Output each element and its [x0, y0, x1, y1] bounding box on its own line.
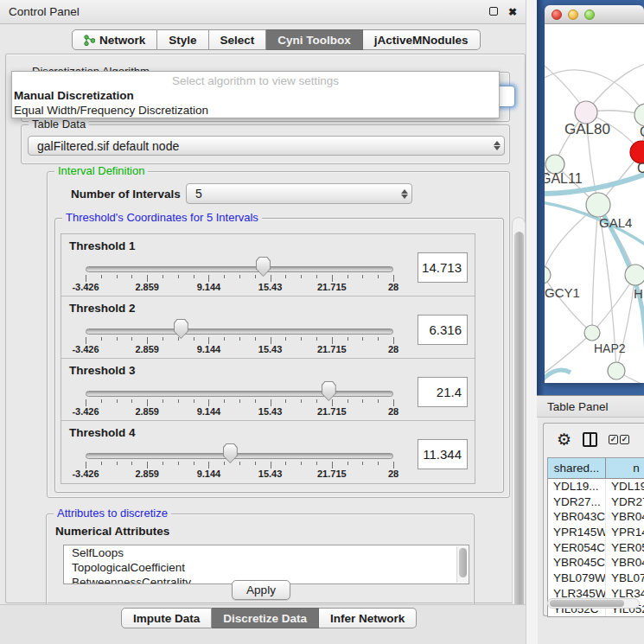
dropdown-option-equal-width-frequency[interactable]: Equal Width/Frequency Discretization: [14, 104, 208, 117]
close-traffic-icon[interactable]: [552, 10, 562, 20]
threshold-value-field[interactable]: 14.713: [418, 252, 468, 283]
tab-label: Select: [220, 34, 255, 47]
slider-track[interactable]: [86, 266, 393, 272]
node-table: shared...nYDL19...YDL19...YDR27...YDR27.…: [547, 457, 644, 617]
tab-style[interactable]: Style: [157, 29, 208, 50]
threshold-row-4: Threshold 4-3.4262.8599.14415.4321.71528…: [61, 421, 475, 483]
table-row[interactable]: YPR145WYPR145W: [548, 525, 644, 540]
threshold-label: Threshold 2: [69, 302, 136, 315]
apply-button[interactable]: Apply: [232, 580, 290, 600]
algorithm-dropdown-list: Select algorithm to view settings Manual…: [11, 71, 500, 118]
attributes-group-label: Attributes to discretize: [54, 507, 171, 520]
attribute-list-item[interactable]: TopologicalCoefficient: [64, 560, 469, 575]
gear-icon[interactable]: ⚙: [557, 431, 571, 448]
bottom-tab-infer-network[interactable]: Infer Network: [319, 608, 417, 628]
tab-select[interactable]: Select: [209, 29, 267, 50]
close-icon[interactable]: ✖: [507, 7, 518, 17]
table-cell: YBL079W: [606, 571, 644, 586]
float-window-icon[interactable]: [489, 7, 500, 17]
node-label: HAP2: [594, 341, 626, 355]
table-cell: YBR043C: [548, 509, 606, 525]
network-node-g[interactable]: [634, 104, 644, 126]
table-row[interactable]: YBL079WYBL079W: [548, 571, 644, 586]
bottom-tabbar: Impute DataDiscretize DataInfer Network: [121, 608, 417, 628]
table-cell: YDR27...: [548, 494, 606, 510]
network-window-titlebar: [545, 5, 644, 24]
threshold-row-1: Threshold 1-3.4262.8599.14415.4321.71528…: [61, 234, 475, 296]
split-divider[interactable]: [526, 0, 538, 644]
slider-track[interactable]: [86, 391, 393, 397]
bottom-tab-impute-data[interactable]: Impute Data: [121, 608, 212, 628]
tab-label: Style: [169, 34, 196, 47]
network-node-gcy1[interactable]: [545, 266, 551, 284]
columns-icon[interactable]: [583, 432, 597, 447]
table-row[interactable]: YDR27...YDR27...: [548, 494, 644, 510]
node-label: GAL4: [599, 215, 632, 230]
slider-thumb[interactable]: [223, 443, 238, 463]
table-cell: YPR145W: [606, 525, 644, 540]
table-cell: YER054C: [606, 540, 644, 556]
network-node-hap2[interactable]: [584, 325, 600, 341]
slider-thumb[interactable]: [174, 319, 188, 339]
attributes-list-scrollbar[interactable]: [456, 546, 468, 583]
network-edge-thick[interactable]: [545, 370, 571, 383]
number-of-intervals-combobox[interactable]: 5: [186, 183, 412, 204]
network-edge[interactable]: [545, 275, 592, 333]
table-cell: YPR145W: [548, 525, 606, 540]
table-hscrollbar[interactable]: [547, 598, 640, 609]
network-node-h[interactable]: [625, 265, 644, 285]
network-edge[interactable]: [592, 205, 598, 333]
interval-definition-group: Interval Definition Number of Intervals …: [47, 171, 510, 498]
slider-track[interactable]: [86, 328, 393, 335]
tab-label: Network: [99, 34, 145, 47]
table-row[interactable]: YBR043CYBR043C: [548, 509, 644, 525]
slider-thumb[interactable]: [322, 381, 336, 401]
slider-tick-labels: -3.4262.8599.14415.4321.71528: [86, 469, 393, 480]
slider-track[interactable]: [86, 453, 393, 459]
threshold-value-field[interactable]: 21.4: [418, 377, 468, 407]
table-row[interactable]: YER054CYER054C: [548, 540, 644, 556]
stepper-icon: [398, 189, 411, 199]
tab-label: jActiveMNodules: [374, 34, 469, 47]
threshold-label: Threshold 3: [69, 364, 136, 377]
slider-tick-labels: -3.4262.8599.14415.4321.71528: [86, 406, 393, 418]
column-header-1[interactable]: shared...: [548, 458, 606, 478]
panel-scrollbar[interactable]: [512, 217, 526, 632]
threshold-label: Threshold 4: [69, 426, 136, 439]
tab-jactivemnodules[interactable]: jActiveMNodules: [363, 29, 481, 50]
table-header-row: shared...n: [548, 458, 644, 479]
dropdown-option-manual-discretization[interactable]: Manual Discretization: [14, 89, 134, 102]
minimize-traffic-icon[interactable]: [568, 10, 578, 20]
bottom-tab-label: Infer Network: [330, 612, 405, 625]
table-row[interactable]: YDL19...YDL19...: [548, 479, 644, 494]
network-window[interactable]: GAL80GCGAL11GAL4GCY1HHAP2: [545, 5, 644, 383]
zoom-traffic-icon[interactable]: [584, 10, 595, 20]
network-canvas[interactable]: GAL80GCGAL11GAL4GCY1HHAP2: [545, 24, 644, 383]
stepper-icon: [490, 141, 504, 150]
threshold-value-field[interactable]: 11.344: [418, 439, 468, 469]
slider-thumb[interactable]: [256, 257, 271, 277]
attribute-list-item[interactable]: SelfLoops: [64, 545, 469, 560]
number-of-intervals-value: 5: [187, 187, 398, 201]
threshold-value-field[interactable]: 6.316: [418, 315, 468, 345]
threshold-label: Threshold 1: [69, 239, 136, 252]
slider-tick-labels: -3.4262.8599.14415.4321.71528: [86, 344, 393, 355]
bottom-tab-discretize-data[interactable]: Discretize Data: [212, 608, 319, 628]
network-node[interactable]: [608, 362, 625, 379]
panel-scrollbar-thumb[interactable]: [514, 232, 524, 612]
tab-cyni-toolbox[interactable]: Cyni Toolbox: [266, 29, 363, 50]
table-data-combobox[interactable]: galFiltered.sif default node: [28, 136, 505, 156]
network-node-gal4[interactable]: [586, 193, 610, 217]
numerical-attributes-list[interactable]: SelfLoopsTopologicalCoefficientBetweenne…: [63, 545, 469, 584]
node-label: G: [640, 124, 644, 139]
select-columns-icon[interactable]: ✓✓: [609, 435, 629, 444]
node-label: GCY1: [545, 285, 580, 300]
algorithm-dropdown-placeholder: Select algorithm to view settings: [12, 74, 499, 87]
table-data-label: Table Data: [29, 118, 89, 131]
node-label: C: [637, 161, 644, 175]
table-cell: YBR045C: [548, 555, 606, 571]
tab-network[interactable]: Network: [72, 29, 157, 50]
table-row[interactable]: YBR045CYBR045C: [548, 555, 644, 571]
control-panel-tabbar: NetworkStyleSelectCyni ToolboxjActiveMNo…: [72, 29, 481, 50]
column-header-2[interactable]: n: [606, 458, 644, 478]
